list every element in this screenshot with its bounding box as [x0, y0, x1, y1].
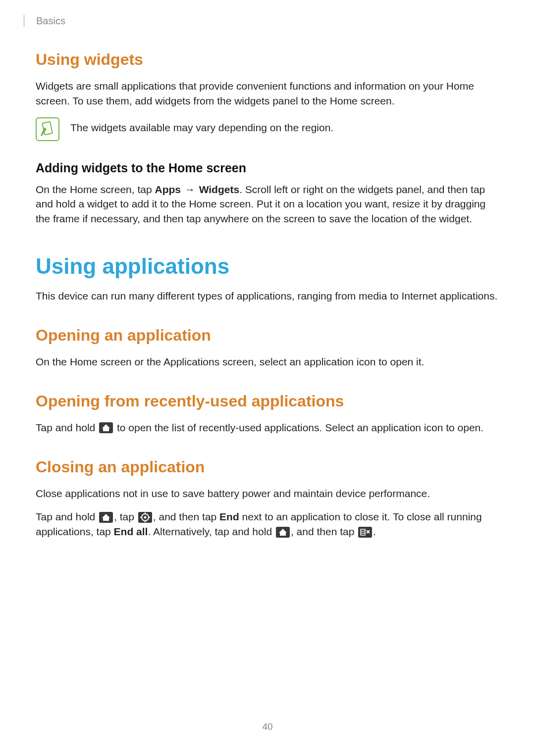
home-icon	[99, 512, 113, 523]
note-block: The widgets available may vary depending…	[36, 117, 498, 141]
text-fragment: Tap and hold	[36, 422, 98, 433]
bold-apps: Apps	[155, 184, 181, 195]
text-fragment: Tap and hold	[36, 511, 98, 522]
paragraph-recently-used: Tap and hold to open the list of recentl…	[36, 420, 498, 435]
heading-adding-widgets: Adding widgets to the Home screen	[36, 161, 498, 175]
close-all-icon	[358, 527, 372, 538]
paragraph-opening-app: On the Home screen or the Applications s…	[36, 354, 498, 369]
bold-end: End	[219, 511, 239, 522]
heading-using-applications: Using applications	[36, 254, 498, 279]
home-icon	[276, 527, 290, 538]
text-fragment: , tap	[114, 511, 137, 522]
heading-closing-app: Closing an application	[36, 458, 498, 476]
task-manager-icon	[138, 512, 152, 523]
header-rule: Basics	[24, 15, 498, 27]
arrow-icon: →	[181, 184, 199, 195]
home-icon	[99, 422, 113, 433]
page-number: 40	[0, 721, 535, 732]
text-fragment: On the Home screen, tap	[36, 184, 155, 195]
note-icon	[36, 117, 59, 141]
heading-using-widgets: Using widgets	[36, 50, 498, 69]
note-text: The widgets available may vary depending…	[70, 117, 333, 135]
paragraph-widgets-intro: Widgets are small applications that prov…	[36, 79, 498, 108]
svg-rect-3	[361, 529, 365, 535]
bold-end-all: End all	[114, 526, 148, 537]
text-fragment: to open the list of recently-used applic…	[114, 422, 483, 433]
paragraph-apps-intro: This device can run many different types…	[36, 289, 498, 303]
heading-recently-used: Opening from recently-used applications	[36, 392, 498, 410]
heading-opening-app: Opening an application	[36, 326, 498, 345]
text-fragment: .	[373, 526, 376, 537]
svg-point-2	[144, 516, 146, 518]
text-fragment: , and then tap	[153, 511, 219, 522]
text-fragment: , and then tap	[291, 526, 357, 537]
bold-widgets: Widgets	[199, 184, 239, 195]
paragraph-closing-steps: Tap and hold , tap , and then tap End ne…	[36, 509, 498, 539]
paragraph-closing-intro: Close applications not in use to save ba…	[36, 486, 498, 501]
running-head: Basics	[36, 15, 65, 27]
paragraph-adding-widgets: On the Home screen, tap Apps → Widgets. …	[36, 182, 498, 226]
text-fragment: . Alternatively, tap and hold	[148, 526, 274, 537]
